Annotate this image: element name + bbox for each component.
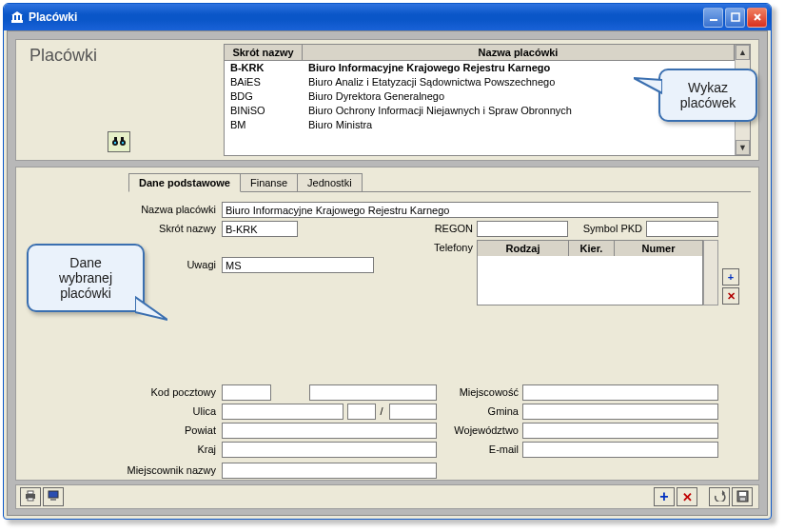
maximize-button[interactable] — [725, 8, 745, 28]
label-telefony: Telefony — [427, 242, 473, 253]
label-miejscownik: Miejscownik nazwy — [111, 464, 216, 476]
plus-icon: + — [659, 488, 668, 505]
tab-basic[interactable]: Dane podstawowe — [128, 173, 241, 192]
plus-icon: + — [728, 271, 734, 283]
input-regon[interactable] — [477, 221, 568, 237]
svg-point-14 — [122, 142, 124, 144]
svg-rect-23 — [740, 498, 745, 501]
tel-grid[interactable] — [477, 256, 703, 305]
svg-rect-16 — [28, 491, 33, 494]
label-regon: REGON — [425, 223, 473, 234]
form-basic: Nazwa placówki Skrót nazwy REGON Symbol … — [16, 198, 758, 474]
close-button[interactable] — [747, 8, 767, 28]
input-kod[interactable] — [222, 384, 271, 401]
input-ulica[interactable] — [222, 404, 343, 420]
app-icon — [10, 10, 25, 25]
svg-point-13 — [114, 142, 116, 144]
tel-add-button[interactable]: + — [722, 268, 739, 286]
svg-marker-24 — [634, 78, 662, 93]
search-button[interactable] — [108, 131, 130, 152]
tabs: Dane podstawowe Finanse Jednostki — [128, 173, 362, 192]
svg-marker-25 — [135, 297, 167, 320]
bottom-toolbar: + ✕ — [15, 484, 759, 509]
input-powiat[interactable] — [222, 423, 437, 439]
print-button[interactable] — [20, 487, 41, 506]
x-icon: ✕ — [727, 290, 736, 303]
tel-header: Rodzaj Kier. Numer — [477, 240, 703, 257]
callout-left: Dane wybranej placówki — [27, 244, 145, 312]
input-uwagi[interactable] — [222, 257, 374, 273]
binoculars-icon — [111, 135, 127, 148]
label-email: E-mail — [461, 443, 519, 455]
tel-col-kier[interactable]: Kier. — [569, 241, 615, 256]
label-powiat: Powiat — [159, 424, 216, 436]
svg-rect-0 — [11, 20, 23, 23]
detail-panel: Dane podstawowe Finanse Jednostki Nazwa … — [15, 167, 759, 481]
computer-button[interactable] — [43, 487, 64, 506]
table-row[interactable]: B-KRKBiuro Informacyjne Krajowego Rejest… — [225, 61, 735, 75]
svg-rect-1 — [12, 15, 14, 20]
input-gmina[interactable] — [522, 404, 718, 420]
computer-icon — [47, 490, 60, 503]
minimize-button[interactable] — [703, 8, 723, 28]
input-miejscowosc[interactable] — [522, 384, 718, 401]
table-row[interactable]: BMBiuro Ministra — [225, 118, 735, 132]
svg-rect-5 — [710, 19, 717, 21]
svg-rect-17 — [28, 498, 33, 501]
cell-skrot: BDG — [225, 89, 303, 103]
label-nazwa: Nazwa placówki — [128, 204, 216, 215]
cell-skrot: BAiES — [225, 75, 303, 89]
label-pkd: Symbol PKD — [576, 223, 642, 234]
label-ulica: Ulica — [159, 405, 216, 417]
input-pkd[interactable] — [646, 221, 718, 237]
input-nazwa[interactable] — [222, 202, 718, 218]
label-miejscowosc: Miejscowość — [442, 386, 519, 398]
input-kod2[interactable] — [309, 384, 437, 401]
label-ulica-sep: / — [378, 405, 385, 417]
label-skrot: Skrót nazwy — [128, 223, 216, 234]
tel-scrollbar[interactable] — [703, 240, 718, 305]
svg-rect-11 — [114, 137, 117, 141]
svg-rect-6 — [732, 13, 739, 21]
undo-button[interactable] — [709, 487, 730, 506]
top-panel: Placówki Skrót nazwy Nazwa placówki — [15, 39, 759, 161]
callout-right: Wykaz placówek — [658, 69, 757, 122]
svg-rect-2 — [16, 15, 18, 20]
cell-skrot: B-KRK — [225, 61, 303, 74]
input-woj[interactable] — [522, 423, 718, 439]
svg-rect-22 — [739, 492, 746, 496]
input-kraj[interactable] — [222, 442, 437, 458]
tel-delete-button[interactable]: ✕ — [722, 287, 739, 305]
save-button[interactable] — [732, 487, 753, 506]
svg-rect-12 — [121, 137, 124, 141]
printer-icon — [24, 490, 37, 503]
undo-icon — [713, 490, 726, 503]
col-nazwa[interactable]: Nazwa placówki — [303, 45, 735, 60]
window-title: Placówki — [29, 10, 77, 24]
input-skrot[interactable] — [222, 221, 298, 237]
svg-rect-19 — [50, 499, 56, 501]
page-title: Placówki — [29, 46, 97, 66]
x-icon: ✕ — [682, 490, 693, 504]
label-woj: Województwo — [439, 424, 519, 436]
titlebar: Placówki — [4, 4, 771, 30]
input-ulica-nr[interactable] — [347, 404, 376, 420]
label-gmina: Gmina — [461, 405, 519, 417]
col-skrot[interactable]: Skrót nazwy — [225, 45, 303, 60]
tab-units[interactable]: Jednostki — [297, 173, 362, 192]
svg-rect-18 — [49, 491, 58, 498]
cell-skrot: BINiSO — [225, 104, 303, 117]
input-miejscownik[interactable] — [222, 463, 437, 479]
delete-record-button[interactable]: ✕ — [677, 487, 697, 506]
tel-col-rodzaj[interactable]: Rodzaj — [478, 241, 569, 256]
input-ulica-nr2[interactable] — [389, 404, 437, 420]
tab-finance[interactable]: Finanse — [240, 173, 298, 192]
add-record-button[interactable]: + — [654, 487, 675, 506]
label-kraj: Kraj — [159, 443, 216, 455]
svg-rect-3 — [20, 15, 22, 20]
scroll-down-icon[interactable]: ▼ — [736, 140, 750, 155]
input-email[interactable] — [522, 442, 718, 458]
scroll-up-icon[interactable]: ▲ — [736, 45, 750, 60]
grid-header: Skrót nazwy Nazwa placówki — [225, 45, 735, 61]
tel-col-numer[interactable]: Numer — [615, 241, 702, 256]
